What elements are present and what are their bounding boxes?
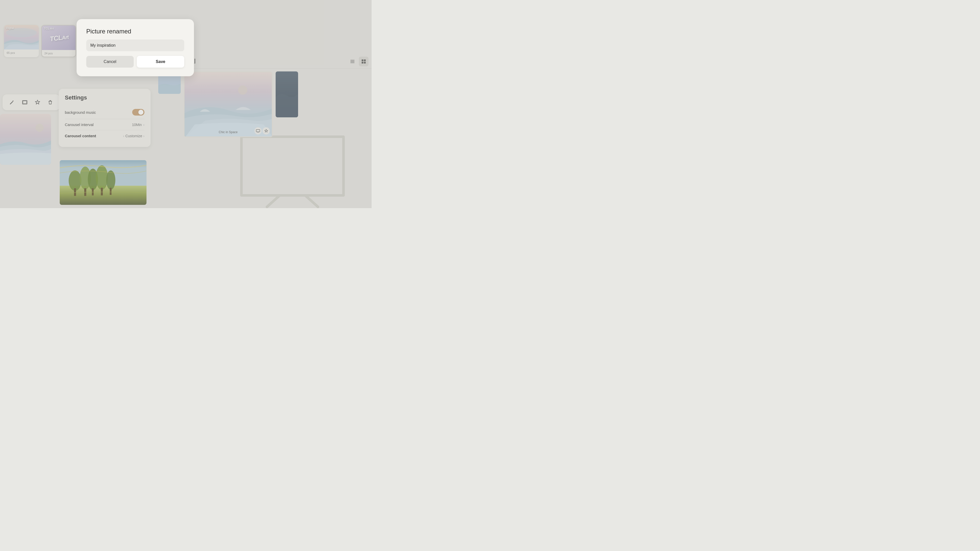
rename-dialog: Picture renamed Cancel Save [76,19,194,76]
cancel-button[interactable]: Cancel [86,56,134,68]
dialog-buttons: Cancel Save [86,56,184,68]
rename-input[interactable] [86,40,184,51]
save-button[interactable]: Save [137,56,184,68]
dialog-title: Picture renamed [86,28,184,35]
